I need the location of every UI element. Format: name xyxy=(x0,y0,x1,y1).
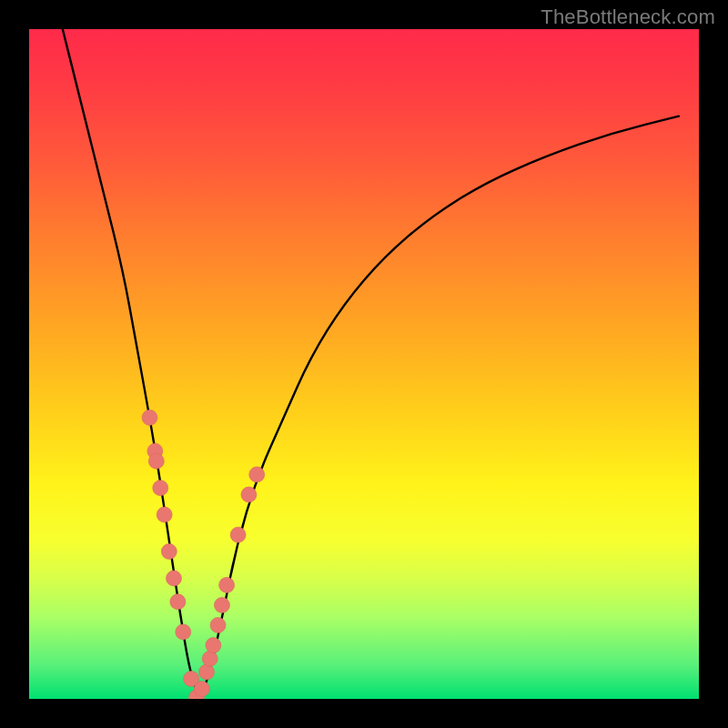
marker-dot xyxy=(176,624,191,640)
marker-dot xyxy=(214,597,229,612)
marker-dot xyxy=(202,651,217,666)
marker-dot xyxy=(230,527,246,542)
marker-dot xyxy=(199,664,215,680)
marker-dot xyxy=(142,410,157,425)
marker-dot xyxy=(153,480,168,496)
highlight-markers xyxy=(142,410,265,699)
watermark-text: TheBottleneck.com xyxy=(541,5,715,29)
plot-area xyxy=(29,29,699,699)
marker-dot xyxy=(206,638,221,653)
marker-dot xyxy=(148,453,164,469)
marker-dot xyxy=(210,618,226,633)
chart-svg xyxy=(29,29,699,699)
marker-dot xyxy=(219,577,235,592)
bottleneck-curve xyxy=(63,29,679,693)
marker-dot xyxy=(157,507,172,522)
marker-dot xyxy=(166,571,181,586)
chart-frame: TheBottleneck.com xyxy=(0,0,728,728)
marker-dot xyxy=(249,467,265,482)
marker-dot xyxy=(241,487,257,502)
marker-dot xyxy=(161,544,177,560)
marker-dot xyxy=(194,681,209,696)
marker-dot xyxy=(170,594,186,610)
